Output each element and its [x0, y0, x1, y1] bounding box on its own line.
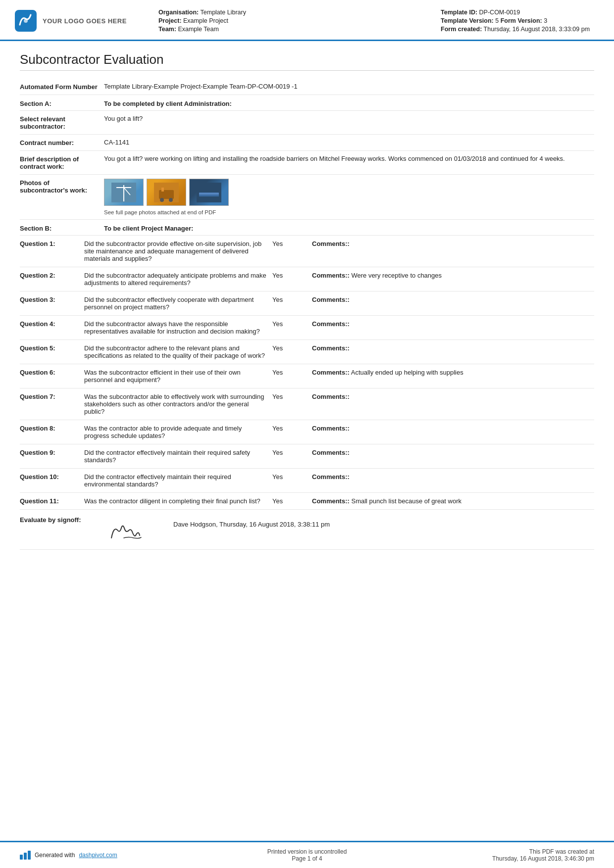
question-text-9: Did the contractor effectively maintain … — [84, 449, 272, 464]
question-answer-4: Yes — [272, 320, 312, 328]
section-b-row: Section B: To be client Project Manager: — [20, 220, 594, 236]
page: YOUR LOGO GOES HERE Organisation: Templa… — [0, 0, 614, 868]
photos-label: Photos of subcontractor's work: — [20, 179, 104, 194]
question-text-5: Did the subcontractor adhere to the rele… — [84, 344, 272, 359]
signature-text: Dave Hodgson, Thursday, 16 August 2018, … — [173, 516, 330, 528]
question-label-9: Question 9: — [20, 449, 84, 456]
question-answer-8: Yes — [272, 425, 312, 432]
logo-text: YOUR LOGO GOES HERE — [43, 17, 127, 25]
brief-description-row: Brief description of contract work: You … — [20, 151, 594, 175]
template-id-value: DP-COM-0019 — [479, 9, 520, 16]
svg-rect-8 — [161, 188, 164, 192]
question-row: Question 2:Did the subcontractor adequat… — [20, 267, 594, 291]
svg-point-1 — [24, 19, 28, 23]
comments-label-6: Comments:: — [312, 369, 350, 376]
question-text-8: Was the contractor able to provide adequ… — [84, 425, 272, 439]
project-value: Example Project — [183, 17, 228, 24]
question-comments-2: Comments:: Were very receptive to change… — [312, 272, 594, 279]
section-b-value: To be client Project Manager: — [104, 225, 594, 232]
template-id-label: Template ID: — [441, 9, 477, 16]
questions-list: Question 1:Did the subcontractor provide… — [20, 236, 594, 510]
form-created-value: Thursday, 16 August 2018, 3:33:09 pm — [484, 26, 590, 33]
comments-label-10: Comments:: — [312, 473, 350, 481]
signature-block: Dave Hodgson, Thursday, 16 August 2018, … — [104, 516, 594, 545]
question-text-10: Did the contractor effectively maintain … — [84, 473, 272, 488]
main-content: Subcontractor Evaluation Automated Form … — [0, 41, 614, 841]
template-version-value: 5 — [495, 17, 499, 24]
logo-block: YOUR LOGO GOES HERE — [15, 9, 144, 33]
question-text-7: Was the subcontractor able to effectivel… — [84, 393, 272, 415]
question-comments-8: Comments:: — [312, 425, 594, 432]
form-version-value: 3 — [544, 17, 547, 24]
question-answer-10: Yes — [272, 473, 312, 481]
question-answer-6: Yes — [272, 369, 312, 376]
bar2 — [24, 853, 27, 860]
comments-label-9: Comments:: — [312, 449, 350, 456]
evaluate-row: Evaluate by signoff: Dave Hodgson, Thurs… — [20, 510, 594, 550]
evaluate-label: Evaluate by signoff: — [20, 516, 104, 524]
question-row: Question 4:Did the subcontractor always … — [20, 316, 594, 340]
section-a-row: Section A: To be completed by client Adm… — [20, 95, 594, 111]
brief-description-value: You got a lift? were working on lifting … — [104, 155, 594, 162]
question-comments-11: Comments:: Small punch list because of g… — [312, 497, 594, 505]
question-label-8: Question 8: — [20, 425, 84, 432]
question-comments-6: Comments:: Actually ended up helping wit… — [312, 369, 594, 376]
question-label-3: Question 3: — [20, 296, 84, 303]
team-value: Example Team — [178, 26, 218, 33]
question-text-11: Was the contractor diligent in completin… — [84, 497, 272, 505]
question-label-10: Question 10: — [20, 473, 84, 481]
question-comments-3: Comments:: — [312, 296, 594, 303]
question-label-4: Question 4: — [20, 320, 84, 328]
question-row: Question 3:Did the subcontractor effecti… — [20, 291, 594, 316]
form-created-label: Form created: — [441, 26, 482, 33]
signature-image — [104, 516, 163, 545]
question-answer-3: Yes — [272, 296, 312, 303]
photo2-icon — [154, 183, 179, 202]
header-meta: Organisation: Template Library Project: … — [144, 9, 431, 33]
template-version-line: Template Version: 5 Form Version: 3 — [441, 17, 594, 24]
question-comments-10: Comments:: — [312, 473, 594, 481]
contract-number-row: Contract number: CA-1141 — [20, 135, 594, 151]
uncontrolled-text: Printed version is uncontrolled — [211, 848, 403, 855]
question-comments-9: Comments:: — [312, 449, 594, 456]
template-id-line: Template ID: DP-COM-0019 — [441, 9, 594, 16]
question-text-3: Did the subcontractor effectively cooper… — [84, 296, 272, 311]
select-subcontractor-label: Select relevant subcontractor: — [20, 115, 104, 130]
header-right: Template ID: DP-COM-0019 Template Versio… — [431, 9, 594, 33]
org-label: Organisation: — [158, 9, 199, 16]
photos-thumbnails — [104, 179, 594, 206]
automated-form-value: Template Library-Example Project-Example… — [104, 83, 594, 90]
section-a-label: Section A: — [20, 100, 104, 107]
form-version-label: Form Version: — [501, 17, 542, 24]
footer: Generated with dashpivot.com Printed ver… — [0, 841, 614, 868]
question-comments-4: Comments:: — [312, 320, 594, 328]
pdf-created-text: This PDF was created at — [403, 848, 594, 855]
photo3-icon — [197, 183, 221, 202]
question-row: Question 11:Was the contractor diligent … — [20, 493, 594, 510]
evaluate-value: Dave Hodgson, Thursday, 16 August 2018, … — [104, 516, 594, 545]
question-text-1: Did the subcontractor provide effective … — [84, 240, 272, 262]
question-answer-5: Yes — [272, 344, 312, 352]
question-text-4: Did the subcontractor always have the re… — [84, 320, 272, 335]
dashpivot-link[interactable]: dashpivot.com — [79, 852, 117, 859]
svg-rect-7 — [159, 190, 174, 199]
contract-number-value: CA-1141 — [104, 139, 594, 146]
question-label-2: Question 2: — [20, 272, 84, 279]
footer-bar-chart-icon — [20, 851, 31, 860]
select-subcontractor-value: You got a lift? — [104, 115, 594, 122]
svg-point-9 — [160, 198, 164, 202]
comments-label-5: Comments:: — [312, 344, 350, 352]
team-line: Team: Example Team — [158, 26, 431, 33]
form-created-line: Form created: Thursday, 16 August 2018, … — [441, 26, 594, 33]
automated-form-row: Automated Form Number Template Library-E… — [20, 79, 594, 95]
question-answer-7: Yes — [272, 393, 312, 400]
team-label: Team: — [158, 26, 176, 33]
question-answer-1: Yes — [272, 240, 312, 247]
comments-label-8: Comments:: — [312, 425, 350, 432]
section-b-label: Section B: — [20, 225, 104, 232]
comments-label-11: Comments:: — [312, 497, 350, 505]
question-label-11: Question 11: — [20, 497, 84, 505]
question-text-2: Did the subcontractor adequately anticip… — [84, 272, 272, 287]
comments-label-4: Comments:: — [312, 320, 350, 328]
brief-description-label: Brief description of contract work: — [20, 155, 104, 170]
